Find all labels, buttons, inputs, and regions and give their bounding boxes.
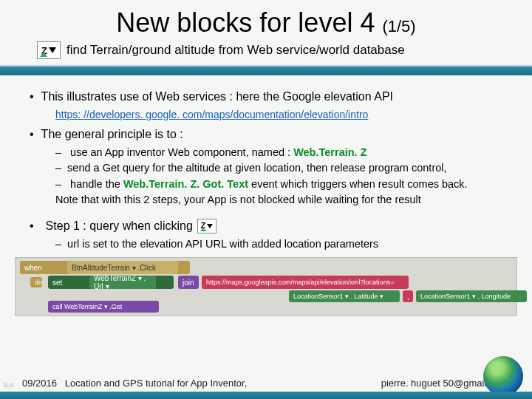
terrain-altitude-icon: Z <box>37 41 61 59</box>
watermark-fppt: fppt <box>3 381 14 389</box>
footer-title: Location and GPS tutorial for App Invent… <box>65 378 247 389</box>
subtitle-row: Z find Terrain/ground altitude from Web … <box>37 41 495 59</box>
block-comma: , <box>403 290 413 302</box>
footer-bar <box>0 392 532 399</box>
block-join: join <box>178 276 199 289</box>
block-click: BtnAltitudeTerrain ▾ .Click <box>67 261 178 274</box>
title-main: New blocks for level 4 <box>116 7 382 38</box>
header: New blocks for level 4 (1/5) Z find Terr… <box>0 0 532 59</box>
bullet-step1: Step 1 : query when clicking Z <box>30 218 502 234</box>
footer-left: 09/2016 Location and GPS tutorial for Ap… <box>22 378 247 389</box>
slide: New blocks for level 4 (1/5) Z find Terr… <box>0 0 532 399</box>
link-row: https: //developers. google. com/maps/do… <box>55 108 502 123</box>
block-latitude: LocationSensor1 ▾ . Latitude ▾ <box>289 290 400 302</box>
footer-date: 09/2016 <box>22 378 57 389</box>
subtitle-text: find Terrain/ground altitude from Web se… <box>66 43 405 58</box>
web-terrain-z: Web.Terrain. Z <box>293 146 366 158</box>
content: This illustrates use of Web services : h… <box>0 75 532 251</box>
got-text-event: Web.Terrain. Z. Got. Text <box>123 178 248 190</box>
globe-icon <box>483 356 523 396</box>
block-set-url: WebTerrainZ ▾ . Url ▾ <box>89 276 156 289</box>
elevation-api-link[interactable]: https: //developers. google. com/maps/do… <box>55 109 368 120</box>
block-call-get: call WebTerrainZ ▾ .Get <box>48 301 159 313</box>
block-do: do <box>30 277 42 287</box>
page-title: New blocks for level 4 (1/5) <box>37 7 495 38</box>
title-pager: (1/5) <box>382 17 415 35</box>
sub-component: use an App inventor Web component, named… <box>55 146 502 160</box>
block-url-string: https://maps.googleapis.com/maps/api/ele… <box>202 276 409 289</box>
sub-url: url is set to the elevation API URL with… <box>55 237 502 252</box>
footer: 09/2016 Location and GPS tutorial for Ap… <box>22 378 510 389</box>
sub-getquery: send a Get query for the altitude at giv… <box>55 161 502 176</box>
block-longitude: LocationSensor1 ▾ . Longitude <box>416 290 527 302</box>
bullet-webservices: This illustrates use of Web services : h… <box>30 89 502 105</box>
code-blocks-image: when BtnAltitudeTerrain ▾ .Click do set … <box>15 257 517 316</box>
note-nonblocking: Note that with this 2 steps, your App is… <box>55 193 502 208</box>
sub-handle: handle the Web.Terrain. Z. Got. Text eve… <box>55 177 502 192</box>
divider-bar <box>0 65 532 75</box>
terrain-altitude-icon-small: Z <box>197 219 216 233</box>
bullet-principle: The general principle is to : <box>30 126 502 143</box>
